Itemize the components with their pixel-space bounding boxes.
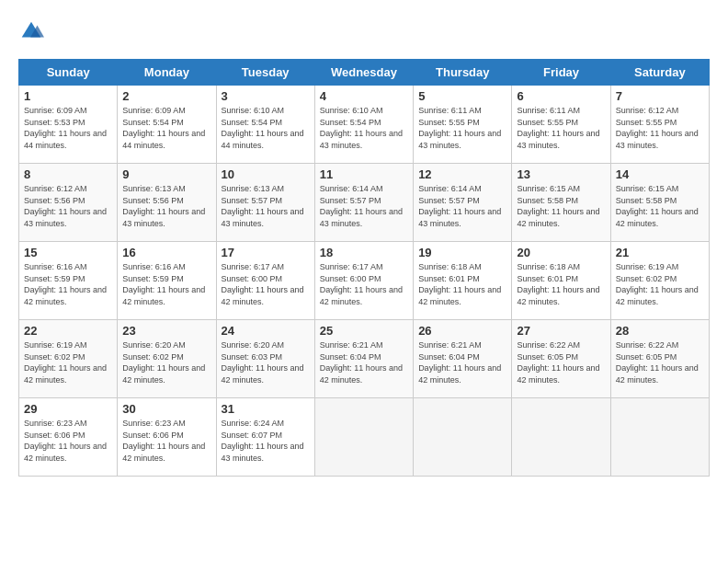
logo-icon bbox=[18, 18, 44, 44]
calendar-cell: 20 Sunrise: 6:18 AM Sunset: 6:01 PM Dayl… bbox=[512, 242, 610, 320]
day-number: 10 bbox=[222, 167, 310, 181]
calendar-cell: 22 Sunrise: 6:19 AM Sunset: 6:02 PM Dayl… bbox=[19, 320, 118, 398]
day-number: 22 bbox=[24, 324, 112, 338]
calendar-cell: 4 Sunrise: 6:10 AM Sunset: 5:54 PM Dayli… bbox=[314, 86, 413, 164]
page-header bbox=[18, 18, 710, 44]
day-info: Sunrise: 6:22 AM Sunset: 6:05 PM Dayligh… bbox=[616, 339, 704, 385]
day-info: Sunrise: 6:18 AM Sunset: 6:01 PM Dayligh… bbox=[418, 261, 506, 307]
calendar-week-4: 22 Sunrise: 6:19 AM Sunset: 6:02 PM Dayl… bbox=[19, 320, 710, 398]
calendar-cell: 7 Sunrise: 6:12 AM Sunset: 5:55 PM Dayli… bbox=[610, 86, 709, 164]
day-info: Sunrise: 6:14 AM Sunset: 5:57 PM Dayligh… bbox=[320, 183, 408, 229]
calendar-week-2: 8 Sunrise: 6:12 AM Sunset: 5:56 PM Dayli… bbox=[19, 164, 710, 242]
day-number: 25 bbox=[320, 324, 408, 338]
day-info: Sunrise: 6:23 AM Sunset: 6:06 PM Dayligh… bbox=[122, 418, 210, 464]
day-info: Sunrise: 6:10 AM Sunset: 5:54 PM Dayligh… bbox=[320, 105, 408, 151]
day-number: 2 bbox=[122, 89, 210, 103]
day-number: 20 bbox=[517, 246, 605, 259]
day-number: 31 bbox=[222, 402, 310, 416]
calendar-header-row: SundayMondayTuesdayWednesdayThursdayFrid… bbox=[19, 60, 710, 86]
calendar-week-3: 15 Sunrise: 6:16 AM Sunset: 5:59 PM Dayl… bbox=[19, 242, 710, 320]
day-number: 30 bbox=[122, 402, 210, 416]
day-number: 18 bbox=[320, 246, 408, 259]
calendar-cell: 30 Sunrise: 6:23 AM Sunset: 6:06 PM Dayl… bbox=[118, 398, 216, 477]
day-info: Sunrise: 6:12 AM Sunset: 5:55 PM Dayligh… bbox=[616, 105, 704, 151]
day-number: 28 bbox=[616, 324, 704, 338]
calendar-cell: 16 Sunrise: 6:16 AM Sunset: 5:59 PM Dayl… bbox=[118, 242, 216, 320]
day-number: 9 bbox=[122, 167, 210, 181]
day-info: Sunrise: 6:24 AM Sunset: 6:07 PM Dayligh… bbox=[222, 418, 310, 464]
day-number: 24 bbox=[222, 324, 310, 338]
calendar-cell: 21 Sunrise: 6:19 AM Sunset: 6:02 PM Dayl… bbox=[610, 242, 709, 320]
calendar-cell: 10 Sunrise: 6:13 AM Sunset: 5:57 PM Dayl… bbox=[216, 164, 314, 242]
day-number: 13 bbox=[517, 167, 605, 181]
day-info: Sunrise: 6:12 AM Sunset: 5:56 PM Dayligh… bbox=[24, 183, 112, 229]
day-info: Sunrise: 6:15 AM Sunset: 5:58 PM Dayligh… bbox=[517, 183, 605, 229]
day-info: Sunrise: 6:21 AM Sunset: 6:04 PM Dayligh… bbox=[418, 339, 506, 385]
day-number: 26 bbox=[418, 324, 506, 338]
day-header-friday: Friday bbox=[512, 60, 610, 86]
day-header-wednesday: Wednesday bbox=[314, 60, 413, 86]
day-number: 21 bbox=[616, 246, 704, 259]
day-number: 29 bbox=[24, 402, 112, 416]
day-header-tuesday: Tuesday bbox=[216, 60, 314, 86]
day-info: Sunrise: 6:11 AM Sunset: 5:55 PM Dayligh… bbox=[418, 105, 506, 151]
day-info: Sunrise: 6:11 AM Sunset: 5:55 PM Dayligh… bbox=[517, 105, 605, 151]
day-number: 19 bbox=[418, 246, 506, 259]
calendar-cell: 15 Sunrise: 6:16 AM Sunset: 5:59 PM Dayl… bbox=[19, 242, 118, 320]
calendar-cell: 14 Sunrise: 6:15 AM Sunset: 5:58 PM Dayl… bbox=[610, 164, 709, 242]
day-number: 4 bbox=[320, 89, 408, 103]
calendar-cell: 24 Sunrise: 6:20 AM Sunset: 6:03 PM Dayl… bbox=[216, 320, 314, 398]
day-info: Sunrise: 6:13 AM Sunset: 5:56 PM Dayligh… bbox=[122, 183, 210, 229]
calendar-cell: 26 Sunrise: 6:21 AM Sunset: 6:04 PM Dayl… bbox=[414, 320, 512, 398]
day-info: Sunrise: 6:14 AM Sunset: 5:57 PM Dayligh… bbox=[418, 183, 506, 229]
day-info: Sunrise: 6:23 AM Sunset: 6:06 PM Dayligh… bbox=[24, 418, 112, 464]
calendar-cell: 5 Sunrise: 6:11 AM Sunset: 5:55 PM Dayli… bbox=[414, 86, 512, 164]
day-number: 14 bbox=[616, 167, 704, 181]
day-number: 5 bbox=[418, 89, 506, 103]
calendar-cell: 27 Sunrise: 6:22 AM Sunset: 6:05 PM Dayl… bbox=[512, 320, 610, 398]
calendar-cell: 6 Sunrise: 6:11 AM Sunset: 5:55 PM Dayli… bbox=[512, 86, 610, 164]
day-info: Sunrise: 6:15 AM Sunset: 5:58 PM Dayligh… bbox=[616, 183, 704, 229]
day-number: 17 bbox=[222, 246, 310, 259]
day-info: Sunrise: 6:19 AM Sunset: 6:02 PM Dayligh… bbox=[24, 339, 112, 385]
day-info: Sunrise: 6:13 AM Sunset: 5:57 PM Dayligh… bbox=[222, 183, 310, 229]
calendar-cell: 1 Sunrise: 6:09 AM Sunset: 5:53 PM Dayli… bbox=[19, 86, 118, 164]
calendar-cell: 28 Sunrise: 6:22 AM Sunset: 6:05 PM Dayl… bbox=[610, 320, 709, 398]
day-info: Sunrise: 6:17 AM Sunset: 6:00 PM Dayligh… bbox=[222, 261, 310, 307]
day-info: Sunrise: 6:20 AM Sunset: 6:03 PM Dayligh… bbox=[222, 339, 310, 385]
calendar-cell: 3 Sunrise: 6:10 AM Sunset: 5:54 PM Dayli… bbox=[216, 86, 314, 164]
day-info: Sunrise: 6:09 AM Sunset: 5:54 PM Dayligh… bbox=[122, 105, 210, 151]
calendar-table: SundayMondayTuesdayWednesdayThursdayFrid… bbox=[18, 59, 710, 477]
day-info: Sunrise: 6:19 AM Sunset: 6:02 PM Dayligh… bbox=[616, 261, 704, 307]
day-info: Sunrise: 6:20 AM Sunset: 6:02 PM Dayligh… bbox=[122, 339, 210, 385]
day-header-saturday: Saturday bbox=[610, 60, 709, 86]
day-number: 7 bbox=[616, 89, 704, 103]
day-info: Sunrise: 6:21 AM Sunset: 6:04 PM Dayligh… bbox=[320, 339, 408, 385]
day-number: 15 bbox=[24, 246, 112, 259]
day-info: Sunrise: 6:18 AM Sunset: 6:01 PM Dayligh… bbox=[517, 261, 605, 307]
calendar-cell: 12 Sunrise: 6:14 AM Sunset: 5:57 PM Dayl… bbox=[414, 164, 512, 242]
calendar-cell: 31 Sunrise: 6:24 AM Sunset: 6:07 PM Dayl… bbox=[216, 398, 314, 477]
calendar-cell: 25 Sunrise: 6:21 AM Sunset: 6:04 PM Dayl… bbox=[314, 320, 413, 398]
calendar-body: 1 Sunrise: 6:09 AM Sunset: 5:53 PM Dayli… bbox=[19, 86, 710, 477]
day-number: 6 bbox=[517, 89, 605, 103]
day-number: 8 bbox=[24, 167, 112, 181]
day-info: Sunrise: 6:16 AM Sunset: 5:59 PM Dayligh… bbox=[122, 261, 210, 307]
day-header-thursday: Thursday bbox=[414, 60, 512, 86]
calendar-cell: 9 Sunrise: 6:13 AM Sunset: 5:56 PM Dayli… bbox=[118, 164, 216, 242]
calendar-cell: 18 Sunrise: 6:17 AM Sunset: 6:00 PM Dayl… bbox=[314, 242, 413, 320]
calendar-cell bbox=[512, 398, 610, 477]
calendar-cell bbox=[414, 398, 512, 477]
calendar-cell bbox=[314, 398, 413, 477]
logo bbox=[18, 18, 48, 44]
day-number: 12 bbox=[418, 167, 506, 181]
calendar-cell: 19 Sunrise: 6:18 AM Sunset: 6:01 PM Dayl… bbox=[414, 242, 512, 320]
day-header-sunday: Sunday bbox=[19, 60, 118, 86]
calendar-cell: 23 Sunrise: 6:20 AM Sunset: 6:02 PM Dayl… bbox=[118, 320, 216, 398]
calendar-cell bbox=[610, 398, 709, 477]
day-info: Sunrise: 6:22 AM Sunset: 6:05 PM Dayligh… bbox=[517, 339, 605, 385]
calendar-cell: 11 Sunrise: 6:14 AM Sunset: 5:57 PM Dayl… bbox=[314, 164, 413, 242]
day-number: 3 bbox=[222, 89, 310, 103]
day-info: Sunrise: 6:10 AM Sunset: 5:54 PM Dayligh… bbox=[222, 105, 310, 151]
calendar-cell: 29 Sunrise: 6:23 AM Sunset: 6:06 PM Dayl… bbox=[19, 398, 118, 477]
